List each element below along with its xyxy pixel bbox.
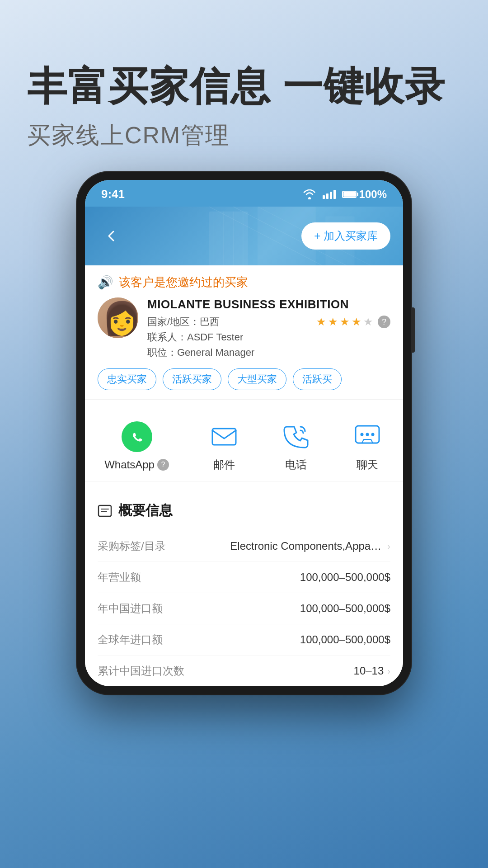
global-import-value: 100,000–500,000$ [300,633,390,646]
status-bar: 9:41 [85,180,403,207]
star-5: ★ [363,316,373,328]
screen-header: + 加入买家库 [85,207,403,265]
svg-rect-3 [209,212,248,265]
battery-text: 100% [359,188,387,201]
category-label: 采购标签/目录 [98,539,166,553]
category-value: Electronic Components,Apparel, › [230,540,390,552]
mail-icon [209,420,239,451]
whatsapp-contact[interactable]: WhatsApp ? [104,420,169,471]
revenue-label: 年营业额 [98,570,141,585]
svg-point-15 [371,433,374,436]
tag-active: 活跃买家 [163,368,221,390]
star-rating: ★ ★ ★ ★ ★ ? [316,316,390,328]
whatsapp-label: WhatsApp ? [104,458,169,471]
hero-section: 丰富买家信息 一键收录 买家线上CRM管理 [0,0,488,170]
star-4: ★ [352,316,361,328]
global-import-label: 全球年进口额 [98,632,163,647]
info-row-revenue: 年营业额 100,000–500,000$ [98,562,390,593]
status-right: 100% [303,188,387,201]
phone-label: 电话 [285,458,307,472]
add-buyer-button[interactable]: + 加入买家库 [301,222,390,250]
phone-contact[interactable]: 电话 [280,420,312,472]
content-wrapper: 丰富买家信息 一键收录 买家线上CRM管理 9:41 [0,0,488,868]
whatsapp-icon [122,421,152,452]
info-section: 概要信息 采购标签/目录 Electronic Components,Appar… [85,489,403,686]
mail-contact[interactable]: 邮件 [208,420,240,472]
chat-contact[interactable]: 聊天 [351,420,384,472]
phone-screen: 9:41 [85,180,403,686]
revenue-value: 100,000–500,000$ [300,571,390,584]
buyer-details: MIOLANTE BUSINESS EXHIBITION 国家/地区：巴西 ★ … [147,297,390,361]
import-count-value: 10–13 › [354,665,390,677]
company-name: MIOLANTE BUSINESS EXHIBITION [147,297,390,311]
title-line: 职位：General Manager [147,346,390,359]
back-button[interactable] [98,222,125,250]
info-row-global-import: 全球年进口额 100,000–500,000$ [98,624,390,656]
tag-loyal: 忠实买家 [98,368,156,390]
china-import-label: 年中国进口额 [98,601,163,616]
svg-point-13 [360,433,363,436]
star-3: ★ [340,316,350,328]
contact-section: WhatsApp ? 邮件 [85,407,403,481]
buyer-notice: 🔊 该客户是您邀约过的买家 [98,274,390,290]
svg-point-14 [366,433,369,436]
chat-label: 聊天 [357,458,378,472]
import-count-label: 累计中国进口次数 [98,664,184,678]
notice-icon: 🔊 [98,275,113,290]
china-import-value: 100,000–500,000$ [300,602,390,615]
avatar [98,297,138,338]
section-title: 概要信息 [98,501,390,520]
rating-help-icon[interactable]: ? [378,316,390,328]
hero-title: 丰富买家信息 一键收录 [27,63,461,109]
status-time: 9:41 [101,187,125,201]
whatsapp-help-icon[interactable]: ? [157,459,169,471]
star-1: ★ [316,316,326,328]
info-row-category[interactable]: 采购标签/目录 Electronic Components,Apparel, › [98,531,390,562]
chevron-right-icon-2: › [387,666,390,676]
contact-text: 联系人：ASDF Tester [147,330,243,344]
signal-icon [323,190,336,199]
mail-label: 邮件 [213,458,235,472]
title-text: 职位：General Manager [147,346,254,359]
phone-call-icon [281,420,311,451]
battery-indicator: 100% [342,188,387,201]
svg-rect-11 [212,429,236,445]
buyer-card: 🔊 该客户是您邀约过的买家 MIOLANTE BUSINESS EXHIBITI… [85,265,403,400]
contact-line: 联系人：ASDF Tester [147,330,390,344]
country-text: 国家/地区：巴西 [147,315,220,329]
section-icon [98,504,112,518]
tag-active2: 活跃买 [293,368,342,390]
chevron-right-icon: › [387,541,390,552]
info-row-china-import: 年中国进口额 100,000–500,000$ [98,593,390,624]
svg-rect-16 [99,505,111,516]
hero-subtitle: 买家线上CRM管理 [27,120,461,151]
star-2: ★ [328,316,338,328]
phone-mockup: 9:41 [77,172,411,694]
info-row-import-count[interactable]: 累计中国进口次数 10–13 › [98,656,390,686]
phone-outer-frame: 9:41 [77,172,411,694]
whatsapp-icon-wrap [121,420,153,453]
notice-text: 该客户是您邀约过的买家 [119,274,248,290]
mail-icon-wrap [208,420,240,452]
buyer-info-row: MIOLANTE BUSINESS EXHIBITION 国家/地区：巴西 ★ … [98,297,390,361]
wifi-icon [303,189,316,199]
country-line: 国家/地区：巴西 ★ ★ ★ ★ ★ ? [147,315,390,329]
chat-icon-wrap [351,420,384,452]
chat-icon [352,420,383,451]
phone-icon-wrap [280,420,312,452]
buyer-tags: 忠实买家 活跃买家 大型买家 活跃买 [98,368,390,390]
tag-large: 大型买家 [228,368,286,390]
